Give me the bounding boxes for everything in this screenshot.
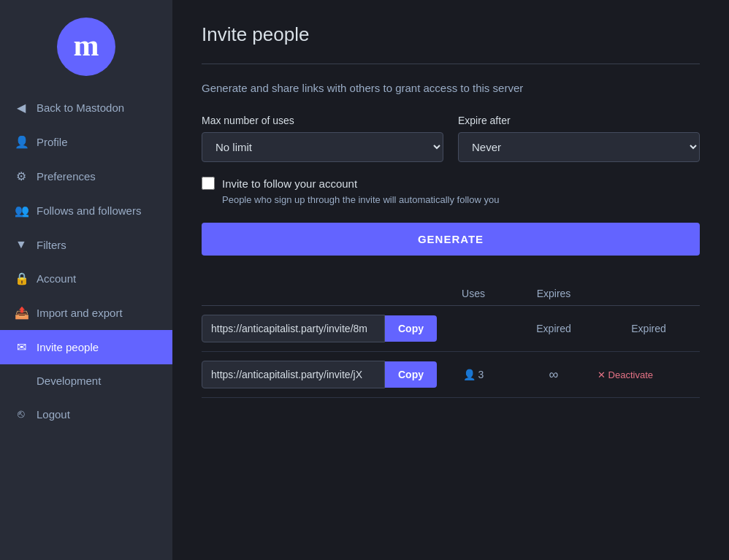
sidebar-item-back[interactable]: ◀ Back to Mastodon bbox=[0, 91, 172, 125]
generate-button[interactable]: GENERATE bbox=[202, 223, 700, 256]
invite-url-area: Copy bbox=[202, 361, 437, 388]
max-uses-label: Max number of uses bbox=[202, 115, 443, 126]
sidebar-item-development[interactable]: Development bbox=[0, 364, 172, 397]
divider bbox=[202, 64, 700, 64]
checkbox-row: Invite to follow your account People who… bbox=[202, 177, 700, 205]
expire-label: Expire after bbox=[458, 115, 700, 126]
expired-text: Expired bbox=[536, 323, 570, 334]
invite-follow-checkbox[interactable] bbox=[202, 177, 215, 190]
max-uses-select[interactable]: No limit15102550100 bbox=[202, 132, 443, 162]
sidebar-label-invite-people: Invite people bbox=[37, 341, 99, 353]
invite-uses-1: 👤3 bbox=[437, 369, 510, 380]
sidebar-label-follows: Follows and followers bbox=[37, 204, 141, 217]
logo-area: m bbox=[0, 0, 172, 91]
sidebar-item-preferences[interactable]: ⚙ Preferences bbox=[0, 159, 172, 193]
invite-row-1: Copy 👤3 ∞ ✕ Deactivate bbox=[202, 352, 700, 398]
sidebar-item-profile[interactable]: 👤 Profile bbox=[0, 125, 172, 159]
sidebar-label-preferences: Preferences bbox=[37, 170, 96, 183]
invite-row-0: Copy Expired Expired bbox=[202, 306, 700, 352]
col-uses-header: Uses bbox=[437, 288, 510, 299]
form-row: Max number of uses No limit15102550100 E… bbox=[202, 115, 700, 162]
sidebar-item-invite-people[interactable]: ✉ Invite people bbox=[0, 330, 172, 364]
sidebar-item-account[interactable]: 🔒 Account bbox=[0, 261, 172, 296]
sidebar-label-logout: Logout bbox=[37, 408, 70, 421]
sidebar-label-development: Development bbox=[37, 375, 101, 387]
invites-list: Copy Expired Expired Copy 👤3 ∞ ✕ Deactiv… bbox=[202, 306, 700, 398]
sidebar-item-import-export[interactable]: 📤 Import and export bbox=[0, 296, 172, 330]
mastodon-logo: m bbox=[57, 18, 115, 76]
copy-button-1[interactable]: Copy bbox=[385, 361, 437, 388]
page-title: Invite people bbox=[202, 23, 700, 46]
invites-table: Uses Expires Copy Expired Expired Copy 👤… bbox=[202, 282, 700, 398]
back-icon: ◀ bbox=[15, 101, 28, 115]
invite-expires-1: ∞ bbox=[510, 367, 598, 383]
sidebar-item-follows[interactable]: 👥 Follows and followers bbox=[0, 193, 172, 228]
account-icon: 🔒 bbox=[15, 272, 28, 285]
description-text: Generate and share links with others to … bbox=[202, 82, 700, 94]
invite-uses-count: 3 bbox=[478, 369, 484, 380]
preferences-icon: ⚙ bbox=[15, 169, 28, 183]
expire-select[interactable]: Never30 minutes1 hour6 hours12 hours1 da… bbox=[458, 132, 700, 162]
col-expires-header: Expires bbox=[510, 288, 598, 299]
invite-actions-0: Expired bbox=[598, 322, 700, 335]
checkbox-text: Invite to follow your account bbox=[222, 177, 357, 190]
expired-badge: Expired bbox=[631, 323, 665, 334]
sidebar-label-filters: Filters bbox=[37, 239, 66, 251]
deactivate-button-1[interactable]: ✕ Deactivate bbox=[598, 369, 653, 380]
infinity-symbol: ∞ bbox=[549, 367, 559, 382]
invite-people-icon: ✉ bbox=[15, 340, 28, 354]
sidebar-label-profile: Profile bbox=[37, 136, 68, 148]
checkbox-hint: People who sign up through the invite wi… bbox=[222, 194, 700, 205]
follows-icon: 👥 bbox=[15, 204, 28, 218]
checkbox-label[interactable]: Invite to follow your account bbox=[202, 177, 700, 190]
sidebar-label-account: Account bbox=[37, 272, 76, 285]
sidebar: m ◀ Back to Mastodon 👤 Profile ⚙ Prefere… bbox=[0, 0, 172, 560]
invite-url-input[interactable] bbox=[202, 315, 385, 342]
sidebar-item-logout[interactable]: ⎋ Logout bbox=[0, 397, 172, 431]
logo-letter: m bbox=[74, 30, 99, 61]
max-uses-group: Max number of uses No limit15102550100 bbox=[202, 115, 443, 162]
sidebar-nav: ◀ Back to Mastodon 👤 Profile ⚙ Preferenc… bbox=[0, 91, 172, 560]
filters-icon: ▼ bbox=[15, 238, 28, 251]
expire-group: Expire after Never30 minutes1 hour6 hour… bbox=[458, 115, 700, 162]
invite-url-area: Copy bbox=[202, 315, 437, 342]
invite-url-input[interactable] bbox=[202, 361, 385, 388]
table-header: Uses Expires bbox=[202, 282, 700, 306]
invite-expires-0: Expired bbox=[510, 323, 598, 334]
person-icon: 👤 bbox=[463, 369, 476, 380]
sidebar-label-back: Back to Mastodon bbox=[37, 101, 124, 114]
logout-icon: ⎋ bbox=[15, 407, 28, 421]
profile-icon: 👤 bbox=[15, 135, 28, 149]
invite-actions-1: ✕ Deactivate bbox=[598, 369, 700, 380]
main-content: Invite people Generate and share links w… bbox=[172, 0, 729, 560]
copy-button-0[interactable]: Copy bbox=[385, 315, 437, 342]
sidebar-item-filters[interactable]: ▼ Filters bbox=[0, 228, 172, 261]
import-export-icon: 📤 bbox=[15, 306, 28, 320]
sidebar-label-import-export: Import and export bbox=[37, 307, 123, 319]
